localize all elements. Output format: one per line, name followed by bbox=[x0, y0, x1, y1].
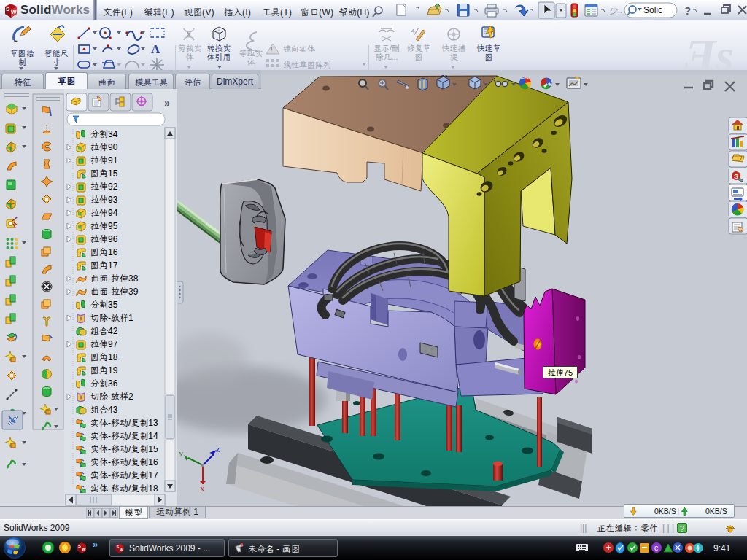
svg-text:圆角18: 圆角18 bbox=[90, 352, 118, 362]
svg-text:曲面-拉伸39: 曲面-拉伸39 bbox=[90, 287, 139, 297]
svg-text:实体-移动/复制14: 实体-移动/复制14 bbox=[90, 431, 158, 441]
svg-text:实体-移动/复制17: 实体-移动/复制17 bbox=[90, 470, 158, 481]
svg-text:拉伸95: 拉伸95 bbox=[90, 221, 118, 231]
svg-text:实体-移动/复制15: 实体-移动/复制15 bbox=[90, 444, 158, 454]
svg-text:0KB/S: 0KB/S bbox=[705, 507, 727, 516]
svg-text:分割34: 分割34 bbox=[90, 129, 118, 139]
svg-text:拉伸94: 拉伸94 bbox=[90, 208, 118, 218]
svg-text:Solic: Solic bbox=[643, 5, 662, 15]
svg-text:»: » bbox=[164, 97, 170, 109]
svg-text:圆角17: 圆角17 bbox=[90, 260, 118, 271]
svg-text:分割36: 分割36 bbox=[90, 378, 118, 389]
svg-text:X: X bbox=[200, 486, 205, 493]
svg-text:Y: Y bbox=[179, 451, 184, 458]
svg-text:切除-放样2: 切除-放样2 bbox=[90, 392, 133, 402]
svg-text:组合43: 组合43 bbox=[90, 405, 118, 415]
svg-text:!: ! bbox=[271, 45, 273, 54]
svg-text:e: e bbox=[654, 544, 659, 552]
svg-text:分割35: 分割35 bbox=[90, 300, 118, 310]
svg-text:少..: 少.. bbox=[610, 6, 622, 15]
svg-text:曲面-拉伸38: 曲面-拉伸38 bbox=[90, 273, 139, 284]
svg-text:A: A bbox=[151, 42, 160, 56]
svg-text:W: W bbox=[11, 9, 17, 15]
svg-text:拉伸92: 拉伸92 bbox=[90, 182, 118, 192]
svg-text:Z: Z bbox=[216, 446, 220, 454]
svg-text:拉伸97: 拉伸97 bbox=[90, 339, 118, 349]
svg-text:⁴⁄: ⁴⁄ bbox=[411, 26, 419, 37]
svg-text:拉伸93: 拉伸93 bbox=[90, 195, 118, 205]
svg-text:圆角15: 圆角15 bbox=[90, 168, 118, 179]
svg-text:S: S bbox=[117, 545, 120, 549]
svg-text:S: S bbox=[78, 544, 81, 548]
svg-text:W: W bbox=[82, 547, 86, 551]
svg-text:实体-移动/复制16: 实体-移动/复制16 bbox=[90, 457, 158, 467]
svg-text:实体-移动/复制18: 实体-移动/复制18 bbox=[90, 483, 158, 494]
svg-text:拉伸96: 拉伸96 bbox=[90, 234, 118, 244]
svg-text:拉伸90: 拉伸90 bbox=[90, 142, 118, 152]
svg-text:切除-放样1: 切除-放样1 bbox=[90, 313, 133, 323]
svg-text:S: S bbox=[6, 6, 10, 12]
svg-text:0KB/S: 0KB/S bbox=[654, 507, 676, 516]
svg-text:拉伸91: 拉伸91 bbox=[90, 155, 118, 166]
svg-text:圆角19: 圆角19 bbox=[90, 365, 118, 376]
svg-text:?: ? bbox=[684, 4, 691, 17]
svg-text:圆角16: 圆角16 bbox=[90, 247, 118, 257]
svg-text:实体-移动/复制13: 实体-移动/复制13 bbox=[90, 418, 158, 428]
svg-text:组合42: 组合42 bbox=[90, 326, 118, 336]
